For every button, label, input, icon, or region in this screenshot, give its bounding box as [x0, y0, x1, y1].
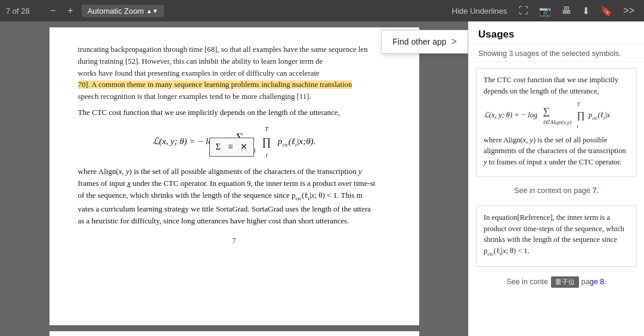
- usage-card-2-text1: In equation[Reference], the inner term i…: [484, 212, 629, 258]
- zoom-selector[interactable]: Automatic Zoom ▲▼: [82, 5, 164, 17]
- pdf-top-line3: works have found that presenting example…: [78, 69, 320, 77]
- page-link-8[interactable]: ge 8: [590, 278, 604, 286]
- pdf-table-page: Architecture Simple RNN GRU 5 layers, 1 …: [49, 331, 419, 336]
- more-button[interactable]: >>: [620, 4, 638, 17]
- sigma-icon: Σ: [216, 140, 221, 154]
- pdf-para2-line3: of the sequence, which shrinks with the …: [78, 191, 363, 200]
- usage-card-1-text2: where Align(x, y) is the set of all poss…: [484, 135, 629, 168]
- watermark: 量子位: [551, 276, 579, 288]
- pdf-para2-line1: where Align(x, y) is the set of all poss…: [78, 167, 362, 176]
- pdf-top-line4: 70]. A common theme in many sequence lea…: [78, 80, 352, 89]
- math-formula-block: ℒ(x, y; θ) = − log ∑ ℓ∈Align(x,y) T ∏ t …: [78, 125, 391, 160]
- camera-button[interactable]: 📷: [535, 4, 555, 18]
- pdf-page-number: 7: [78, 235, 391, 247]
- pdf-para2-line5: as a heuristic for difficulty, since lon…: [78, 216, 349, 225]
- main-area: Find other app > truncating backpropagat…: [0, 21, 644, 336]
- usage-card-1-text1: The CTC cost function that we use implic…: [484, 74, 629, 97]
- see-in-context-1: See in context on page 7.: [469, 183, 644, 200]
- usage-card-1: The CTC cost function that we use implic…: [476, 68, 637, 177]
- toolbar-right-buttons: ⛶ 📷 🖶 ⬇ 🔖 >>: [515, 4, 638, 18]
- download-icon: ⬇: [582, 5, 590, 17]
- hide-underlines-button[interactable]: Hide Underlines: [448, 5, 511, 17]
- page-link-7[interactable]: 7: [592, 186, 596, 195]
- fullscreen-icon: ⛶: [519, 5, 528, 16]
- find-other-app-label: Find other app: [392, 37, 446, 46]
- see-in-context-2: See in conte 量子位 page 8.: [469, 273, 644, 293]
- usage-card-2: In equation[Reference], the inner term i…: [476, 206, 637, 267]
- camera-icon: 📷: [539, 5, 551, 17]
- pdf-para2-line4: vates a curriculum learning strategy we …: [78, 204, 371, 213]
- right-panel-content: The CTC cost function that we use implic…: [469, 62, 644, 336]
- pdf-page: truncating backpropagation through time …: [49, 27, 419, 325]
- pdf-para2: where Align(x, y) is the set of all poss…: [78, 166, 391, 227]
- find-other-app-arrow-icon: >: [451, 36, 457, 47]
- pdf-para2-line2: frames of input x under the CTC operator…: [78, 179, 376, 188]
- pdf-highlighted-text: 70]. A common theme in many sequence lea…: [78, 80, 352, 89]
- bookmark-button[interactable]: 🔖: [597, 4, 616, 18]
- right-panel-subtext: Showing 3 usages of the selected symbols…: [469, 45, 644, 62]
- right-panel: Usages Showing 3 usages of the selected …: [468, 21, 644, 336]
- right-panel-title: Usages: [469, 21, 644, 45]
- equiv-icon: ≡: [228, 140, 233, 154]
- zoom-chevron-icon: ▲▼: [146, 8, 158, 14]
- pdf-top-line2: during training [52]. However, this can …: [78, 57, 323, 66]
- print-icon: 🖶: [562, 5, 571, 16]
- close-selection-icon[interactable]: ✕: [240, 141, 247, 154]
- print-button[interactable]: 🖶: [558, 4, 575, 17]
- zoom-out-button[interactable]: −: [47, 4, 59, 17]
- pdf-viewer: Find other app > truncating backpropagat…: [0, 21, 468, 336]
- pdf-para1: The CTC cost function that we use implic…: [78, 107, 391, 119]
- zoom-in-button[interactable]: +: [64, 4, 76, 17]
- toolbar: 7 of 28 − + Automatic Zoom ▲▼ Hide Under…: [0, 0, 644, 21]
- download-button[interactable]: ⬇: [578, 4, 593, 18]
- page-info: 7 of 28: [6, 7, 42, 15]
- pdf-top-line5: speech recognition is that longer exampl…: [78, 92, 311, 101]
- find-other-app-popup[interactable]: Find other app >: [381, 30, 468, 54]
- usage-card-1-math: ℒ(x, y; θ) = − log ∑ ℓ∈Align(x,y) T ∏ t …: [484, 101, 629, 131]
- bookmark-icon: 🔖: [600, 5, 612, 17]
- math-selection-toolbar[interactable]: Σ ≡ ✕: [209, 138, 254, 156]
- pdf-top-text: truncating backpropagation through time …: [78, 44, 391, 103]
- fullscreen-button[interactable]: ⛶: [515, 4, 532, 17]
- zoom-label: Automatic Zoom: [88, 7, 144, 15]
- pdf-top-line1: truncating backpropagation through time …: [78, 45, 368, 54]
- more-icon: >>: [623, 5, 634, 16]
